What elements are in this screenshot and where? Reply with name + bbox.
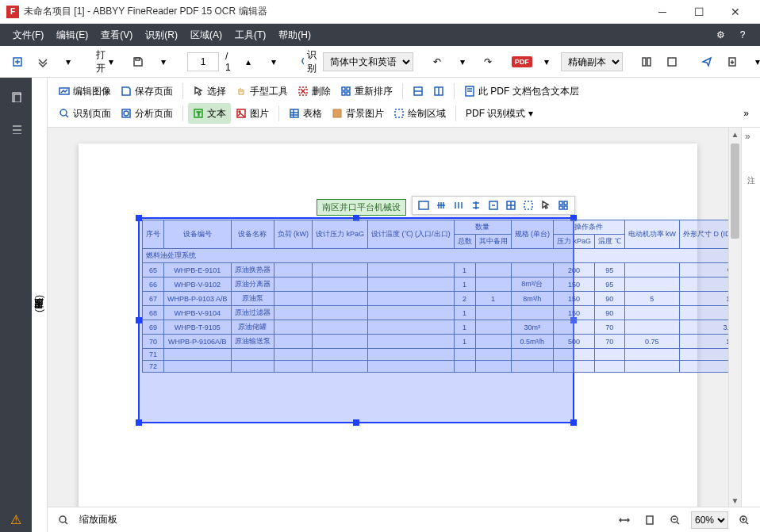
side-panel-label: 显示页面 (F5) [33,295,46,315]
title-region[interactable]: 南区井口平台机械设 [317,199,406,216]
zoom-select[interactable]: 60% [691,511,728,529]
menu-edit[interactable]: 编辑(E) [50,25,94,45]
send-button[interactable] [696,51,718,73]
recognize-page-button[interactable]: 识别页面 [54,103,116,124]
undo-button[interactable]: ↶ [426,51,448,73]
resize-handle-s[interactable] [353,419,359,426]
pdf-mode-dropdown[interactable]: PDF 识别模式 ▾ [461,103,538,124]
hand-tool[interactable]: 手型工具 [231,81,293,101]
canvas-scroll[interactable]: 南区井口平台机械设 [48,128,728,507]
save-page-button[interactable]: 保存页面 [116,81,178,101]
analyze-page-button[interactable]: 分析页面 [116,103,178,124]
page-number-input[interactable] [187,52,219,71]
tags-button[interactable] [32,51,54,73]
recognize-button[interactable]: 识别 [297,51,320,73]
settings-icon[interactable]: ⚙ [709,24,731,46]
mini-text-icon[interactable] [416,197,432,213]
menu-file[interactable]: 文件(F) [6,25,50,45]
delete-button[interactable]: 删除 [293,81,336,101]
list-icon[interactable] [3,116,29,141]
resize-handle-nw[interactable] [136,215,142,221]
save-button[interactable] [127,51,149,73]
export-button[interactable] [721,51,743,73]
menu-region[interactable]: 区域(A) [184,25,228,45]
mini-split-v-icon[interactable] [468,197,484,213]
table-header-row: 序号 设备编号 设备名称 负荷 (kW) 设计压力 kPaG 设计温度 (℃) … [143,220,729,235]
undo-dropdown[interactable]: ▾ [451,51,474,73]
vertical-scrollbar[interactable]: ▲ ▼ [728,128,741,507]
select-tool[interactable]: 选择 [188,81,231,101]
edit-image-button[interactable]: 编辑图像 [54,81,116,101]
expand-right-icon[interactable]: » [739,103,754,124]
maximize-button[interactable]: ☐ [681,0,717,24]
new-button[interactable] [6,51,29,73]
rearrange-button[interactable]: 重新排序 [336,81,397,101]
resize-handle-sw[interactable] [136,419,142,426]
document-page[interactable]: 南区井口平台机械设 [79,144,697,507]
language-select[interactable]: 简体中文和英语 [323,52,413,71]
svg-rect-67 [647,516,653,524]
layout-select[interactable]: 精确副本 [561,52,623,71]
expand-panel-icon[interactable]: » [745,131,750,142]
svg-line-74 [746,522,748,524]
pages-icon[interactable] [3,84,29,109]
mini-split-h-icon[interactable] [433,197,449,213]
warning-icon[interactable]: ⚠ [3,507,29,532]
zoom-tool-icon[interactable] [54,511,73,530]
region-mini-toolbar [412,196,575,215]
svg-rect-63 [559,206,562,209]
menu-help[interactable]: 帮助(H) [272,25,317,45]
side-panel[interactable]: 显示页面 (F5) [32,78,48,532]
text-tool[interactable]: T文本 [188,103,231,124]
scroll-thumb[interactable] [731,144,739,239]
svg-point-65 [59,516,66,522]
fit-page-icon[interactable] [640,511,659,530]
grid-button-2[interactable] [428,81,449,101]
mini-grid-icon[interactable] [555,197,571,213]
pdf-dropdown[interactable]: ▾ [535,51,558,73]
mini-table-icon[interactable] [503,197,519,213]
window-title: 未命名项目 [1] - ABBYY FineReader PDF 15 OCR … [24,5,267,18]
sub-toolbar: 编辑图像 保存页面 选择 手型工具 删除 重新排序 此 PDF 文档包含文本层 … [48,78,760,128]
table-row: 69WHPB-T-9105原油储罐130m³703.5x3.5x3.248003… [143,320,729,335]
table-row: 72 [143,361,729,373]
minimize-button[interactable]: ─ [644,0,681,24]
draw-region-tool[interactable]: 绘制区域 [389,103,451,124]
save-dropdown[interactable]: ▾ [152,51,175,73]
table-section-row: 燃料油处理系统 [143,249,729,263]
svg-rect-60 [524,201,532,209]
page-down-button[interactable]: ▾ [263,51,285,73]
menu-tools[interactable]: 工具(T) [228,25,272,45]
tags-dropdown[interactable]: ▾ [57,51,79,73]
grid-button-1[interactable] [408,81,428,101]
mini-merge-icon[interactable] [486,197,501,213]
bg-image-tool[interactable]: 背景图片 [327,103,389,124]
zoom-out-icon[interactable] [666,511,685,530]
table-tool[interactable]: 表格 [284,103,327,124]
resize-handle-se[interactable] [570,419,577,426]
resize-handle-w[interactable] [136,317,142,323]
image-tool[interactable]: 图片 [231,103,274,124]
scroll-down-icon[interactable]: ▼ [729,494,741,507]
view-mode-2[interactable] [661,51,683,73]
export-dropdown[interactable]: ▾ [747,51,760,73]
svg-point-30 [60,109,67,116]
menu-view[interactable]: 查看(V) [94,25,139,45]
help-icon[interactable]: ? [731,24,754,46]
scroll-up-icon[interactable]: ▲ [729,128,741,140]
mini-dashed-icon[interactable] [520,197,536,213]
page-up-button[interactable]: ▴ [237,51,259,73]
svg-point-33 [124,111,129,116]
svg-rect-6 [643,58,646,66]
zoom-in-icon[interactable] [735,511,754,530]
mini-pointer-icon[interactable] [538,197,554,213]
mini-bars-icon[interactable] [451,197,466,213]
main-toolbar: ▾ 打开 ▾ ▾ / 1 ▴ ▾ 识别 简体中文和英语 ↶ ▾ ↷ PDF ▾ … [0,46,760,78]
open-button[interactable]: 打开 ▾ [92,51,114,73]
view-mode-1[interactable] [635,51,658,73]
close-button[interactable]: ✕ [717,0,754,24]
redo-button[interactable]: ↷ [477,51,499,73]
menu-recognize[interactable]: 识别(R) [139,25,184,45]
svg-text:T: T [197,110,201,117]
fit-width-icon[interactable] [615,511,634,530]
